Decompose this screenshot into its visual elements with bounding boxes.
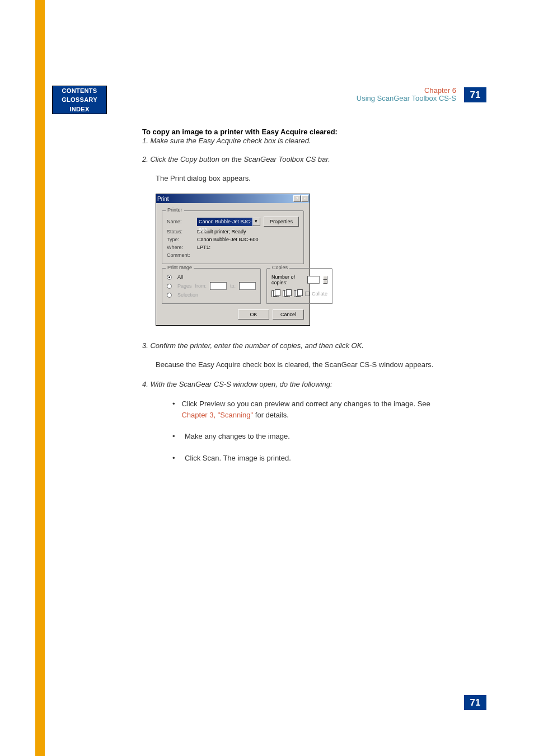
list-item: • Click Scan. The image is printed. — [172, 453, 449, 464]
body-content: To copy an image to a printer with Easy … — [142, 128, 449, 474]
status-label: Status: — [167, 229, 194, 234]
bullet-list: • Click Preview so you can preview and c… — [172, 398, 449, 463]
section-heading: To copy an image to a printer with Easy … — [142, 128, 449, 136]
name-label: Name: — [167, 219, 194, 224]
radio-selection — [167, 293, 172, 298]
list-item: • Make any changes to the image. — [172, 431, 449, 442]
copies-spinner — [323, 276, 328, 284]
print-dialog-screenshot: Print ? × Printer Name: Canon Bubble-Jet… — [156, 194, 310, 326]
print-range-label: Print range — [166, 265, 194, 270]
comment-label: Comment: — [167, 252, 194, 258]
step-2-caption: The Print dialog box appears. — [156, 173, 449, 184]
dialog-titlebar: Print ? × — [156, 194, 310, 203]
page-number-top: 71 — [464, 87, 486, 102]
chapter-number: Chapter 6 — [357, 87, 456, 95]
dialog-title: Print — [157, 196, 169, 202]
radio-pages — [167, 284, 172, 289]
where-label: Where: — [167, 245, 194, 250]
properties-button: Properties — [264, 217, 299, 227]
to-field — [239, 282, 256, 290]
nav-glossary-button[interactable]: GLOSSARY — [52, 95, 107, 105]
type-label: Type: — [167, 237, 194, 242]
nav-index-button[interactable]: INDEX — [52, 105, 107, 114]
copies-group-label: Copies — [270, 265, 289, 270]
from-field — [210, 282, 227, 290]
copies-field — [307, 276, 320, 284]
radio-all — [167, 275, 172, 280]
chapter-3-link[interactable]: Chapter 3, "Scanning" — [181, 411, 253, 419]
collate-icon — [283, 289, 292, 298]
collate-icon — [271, 289, 280, 298]
chapter-title: Using ScanGear Toolbox CS-S — [357, 95, 456, 102]
help-icon: ? — [293, 195, 301, 202]
page-number-bottom: 71 — [464, 695, 486, 710]
step-2: 2. Click the Copy button on the ScanGear… — [142, 155, 449, 163]
nav-contents-button[interactable]: CONTENTS — [52, 86, 107, 95]
chevron-down-icon: ▾ — [252, 218, 260, 226]
nav-button-group: CONTENTS GLOSSARY INDEX — [52, 86, 107, 114]
cancel-button: Cancel — [273, 309, 304, 320]
list-item: • Click Preview so you can preview and c… — [172, 398, 449, 420]
step-4: 4. With the ScanGear CS-S window open, d… — [142, 380, 449, 388]
type-value: Canon Bubble-Jet BJC-600 — [197, 237, 259, 242]
step-3-caption: Because the Easy Acquire check box is cl… — [156, 360, 449, 370]
collate-icon — [294, 289, 303, 298]
side-accent-bar — [35, 0, 45, 756]
close-icon: × — [301, 195, 308, 202]
step-1: 1. Make sure the Easy Acquire check box … — [142, 137, 449, 145]
where-value: LPT1: — [197, 245, 210, 250]
printer-group-label: Printer — [166, 207, 184, 213]
printer-name-dropdown: Canon Bubble-Jet BJC-600 ▾ — [197, 218, 260, 226]
ok-button: OK — [238, 309, 269, 320]
collate-checkbox — [305, 292, 310, 296]
step-3: 3. Confirm the printer, enter the number… — [142, 341, 449, 350]
chapter-header: Chapter 6 Using ScanGear Toolbox CS-S 71 — [357, 87, 486, 103]
